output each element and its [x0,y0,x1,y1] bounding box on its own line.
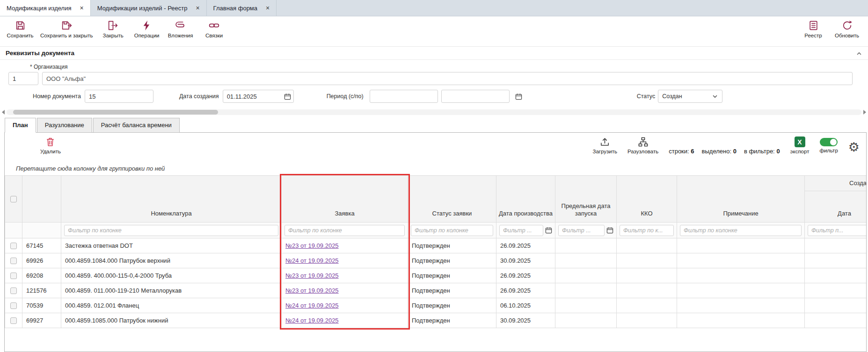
close-icon[interactable]: × [196,5,199,11]
cell-launch-deadline [555,268,617,283]
cell-production-date: 26.09.2025 [496,238,555,253]
tab-plan[interactable]: План [5,118,36,133]
calendar-icon[interactable] [515,93,522,100]
created-date-label: Дата создания [179,93,219,100]
table-row[interactable]: 121576 000.4859. 011.000-119-210 Металло… [5,283,867,298]
row-checkbox[interactable] [10,287,17,294]
cell-request-status: Подтвержден [408,268,496,283]
column-header-request[interactable]: Заявка [282,176,408,223]
created-date-field[interactable] [223,90,294,103]
filter-input-date[interactable] [808,225,867,236]
column-header-id[interactable] [22,176,61,223]
cell-id: 69926 [22,253,61,268]
scrollbar-thumb[interactable] [13,110,218,115]
cell-date [805,283,867,298]
select-all-checkbox-cell [5,176,22,223]
table-row[interactable]: 69926 000.4859.1084.000 Патрубок верхний… [5,253,867,268]
cell-production-date: 26.09.2025 [496,268,555,283]
table-row[interactable]: 69208 000.4859. 400.000-115-0,4-2000 Тру… [5,268,867,283]
tab-main-form[interactable]: Главная форма × [207,0,277,16]
filter-input-request-status[interactable] [411,225,493,236]
request-link[interactable]: №23 от 19.09.2025 [285,272,339,279]
filter-label: фильтр [819,148,838,153]
column-header-nomenclature[interactable]: Номенклатура [61,176,282,223]
column-header-production-date[interactable]: Дата производства [496,176,555,223]
request-link[interactable]: №23 от 19.09.2025 [285,242,339,249]
calendar-icon[interactable] [284,93,291,100]
registry-button[interactable]: Реестр [800,20,827,38]
filter-toggle[interactable]: фильтр [819,136,838,153]
table-row[interactable]: 67145 Застежка ответная DOT №23 от 19.09… [5,238,867,253]
column-header-launch-deadline[interactable]: Предельная дата запуска [555,176,617,223]
operations-button[interactable]: Операции [133,20,160,38]
tab-modifications-registry[interactable]: Модификации изделий - Реестр × [91,0,207,16]
filter-cell-production-date [496,223,555,238]
document-number-field[interactable] [85,90,153,103]
filter-input-nomenclature[interactable] [64,225,278,236]
select-all-checkbox[interactable] [10,196,17,202]
request-link[interactable]: №24 от 19.09.2025 [285,302,339,309]
cell-launch-deadline [555,253,617,268]
tab-label: Главная форма [213,5,257,12]
filter-input-launch-deadline[interactable] [558,225,605,236]
scroll-left-arrow[interactable] [2,110,5,115]
save-button[interactable]: Сохранить [7,20,34,38]
period-label: Период (с/по) [327,93,364,100]
scrollbar-track[interactable] [7,109,861,115]
close-icon[interactable]: × [80,5,84,11]
calendar-icon[interactable] [545,227,552,234]
links-button[interactable]: Связки [201,20,228,38]
tab-time-balance[interactable]: Расчёт баланса времени [93,118,180,133]
filter-cell-launch-deadline [555,223,617,238]
save-and-close-label: Сохранить и закрыть [40,33,93,38]
attachments-button[interactable]: Вложения [167,20,194,38]
filter-input-request[interactable] [284,225,405,236]
row-checkbox[interactable] [10,258,17,264]
cell-launch-deadline [555,238,617,253]
row-checkbox[interactable] [10,302,17,309]
document-number-label: Номер документа [33,93,81,100]
filter-input-note[interactable] [680,225,802,236]
filter-cell-empty [22,223,61,238]
column-header-note[interactable]: Примечание [677,176,805,223]
request-link[interactable]: №24 от 19.09.2025 [285,257,339,264]
cell-id: 69208 [22,268,61,283]
table-row[interactable]: 70539 000.4859. 012.001 Фланец №24 от 19… [5,298,867,313]
column-header-date[interactable]: Дата [805,191,867,223]
period-to-field[interactable] [441,90,510,103]
request-link[interactable]: №23 от 19.09.2025 [285,287,339,294]
tab-unnesting[interactable]: Разузлование [37,118,92,133]
close-button[interactable]: Закрыть [100,20,127,38]
delete-button[interactable]: Удалить [40,136,61,154]
tab-product-modification[interactable]: Модификация изделия × [0,0,91,16]
refresh-button[interactable]: Обновить [833,20,861,38]
row-checkbox[interactable] [10,317,17,324]
status-select[interactable]: Создан [658,90,722,103]
organization-code-field[interactable] [8,72,38,85]
filter-input-production-date[interactable] [499,225,543,236]
scroll-right-arrow[interactable] [863,110,866,115]
export-excel-button[interactable]: X экспорт [790,136,810,154]
document-details-header: Реквизиты документа [0,46,868,60]
column-header-request-status[interactable]: Статус заявки [408,176,496,223]
unnest-button[interactable]: Разузловать [627,136,658,154]
calendar-icon[interactable] [606,227,613,234]
close-icon[interactable]: × [266,5,270,11]
organization-name-field[interactable] [42,72,853,85]
period-from-field[interactable] [370,90,438,103]
cell-request-status: Подтвержден [408,238,496,253]
save-and-close-button[interactable]: Сохранить и закрыть [40,20,93,38]
row-checkbox[interactable] [10,243,17,249]
cell-note [677,238,805,253]
registry-list-icon [808,20,819,31]
request-link[interactable]: №24 от 19.09.2025 [285,317,339,324]
gear-icon[interactable]: ⚙ [848,141,860,154]
column-header-kko[interactable]: ККО [617,176,677,223]
filter-input-kko[interactable] [620,225,674,236]
load-button[interactable]: Загрузить [592,136,617,154]
toggle-on-icon[interactable] [820,138,838,146]
tree-hierarchy-icon [638,136,649,147]
table-row[interactable]: 69927 000.4859.1085.000 Патрубок нижний … [5,313,867,328]
collapse-section-icon[interactable] [856,50,862,57]
row-checkbox[interactable] [10,273,17,279]
